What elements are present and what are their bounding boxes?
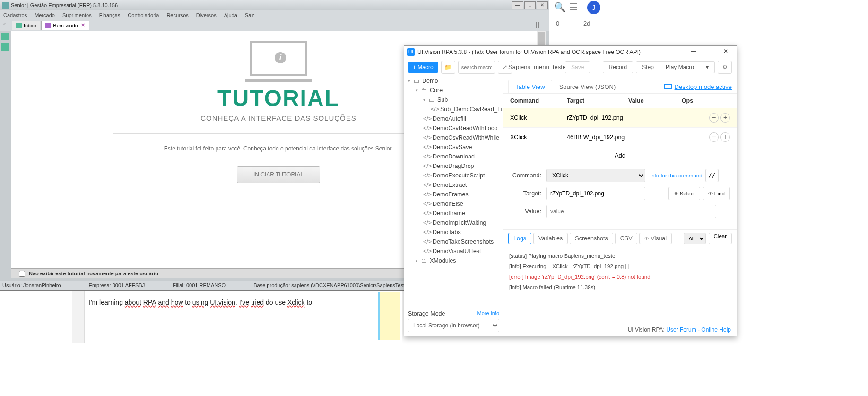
side-icon-2[interactable] <box>1 43 9 51</box>
info-icon: i <box>275 52 286 63</box>
tree-item[interactable]: </>DemoCsvReadWithLoop <box>404 123 503 133</box>
tab-visual[interactable]: Visual <box>639 233 672 244</box>
tab-table-view[interactable]: Table View <box>508 80 552 93</box>
tree-item[interactable]: </>DemoIfElse <box>404 199 503 209</box>
tree-label: DemoIfElse <box>433 201 463 207</box>
erp-side-icons <box>1 33 10 53</box>
menu-diversos[interactable]: Diversos <box>196 12 217 18</box>
command-info-link[interactable]: Info for this command <box>650 173 703 178</box>
menu-ajuda[interactable]: Ajuda <box>224 12 237 18</box>
row-target: rZYpTD_dpi_192.png <box>567 114 628 121</box>
tree-label: DemoCsvSave <box>433 144 472 150</box>
tree-folder-xmodules[interactable]: ▸🗀XModules <box>404 256 503 265</box>
value-input[interactable] <box>546 205 716 218</box>
tab-bemvindo[interactable]: Bem-vindo ✕ <box>41 21 89 30</box>
remove-step-button[interactable]: − <box>709 113 719 123</box>
erp-tabstrip: » Início Bem-vindo ✕ <box>0 20 549 31</box>
tree-folder-sub[interactable]: ▾🗀Sub <box>404 95 503 105</box>
tree-item[interactable]: </>DemoFrames <box>404 190 503 199</box>
scrollbar-thumb[interactable] <box>538 32 545 46</box>
editor-text[interactable]: I'm learning about RPA and how to using … <box>89 299 312 306</box>
log-clear-button[interactable]: Clear <box>709 233 732 244</box>
avatar[interactable]: J <box>587 1 600 14</box>
play-macro-button[interactable]: Play Macro <box>660 61 700 73</box>
tree-item[interactable]: </>DemoExecuteScript <box>404 171 503 180</box>
tab-close-icon[interactable]: ✕ <box>81 22 85 28</box>
menu-suprimentos[interactable]: Suprimentos <box>62 12 92 18</box>
search-input[interactable] <box>458 61 495 74</box>
storage-more-link[interactable]: More Info <box>477 310 499 317</box>
menu-mercado[interactable]: Mercado <box>35 12 55 18</box>
add-command-button[interactable]: Add <box>503 147 737 164</box>
tree-item[interactable]: </>DemoDragDrop <box>404 161 503 171</box>
menu-financas[interactable]: Finanças <box>99 12 121 18</box>
search-icon[interactable]: 🔍 <box>554 1 566 14</box>
menu-cadastros[interactable]: Cadastros <box>3 12 27 18</box>
minimize-button[interactable]: — <box>686 48 702 56</box>
menu-sair[interactable]: Sair <box>245 12 254 18</box>
menu-recursos[interactable]: Recursos <box>166 12 188 18</box>
tree-item[interactable]: </>DemoVisualUITest <box>404 246 503 256</box>
close-button[interactable]: ✕ <box>718 48 734 56</box>
th-command: Command <box>510 97 567 104</box>
tree-folder-demo[interactable]: ▾🗀Demo <box>404 76 503 86</box>
tree-item[interactable]: </>DemoDownload <box>404 152 503 161</box>
tree-label: DemoDownload <box>433 153 475 160</box>
side-icon-1[interactable] <box>1 33 9 40</box>
tree-item[interactable]: </>DemoCsvReadWithWhile <box>404 133 503 142</box>
add-step-button[interactable]: + <box>720 132 730 142</box>
command-row[interactable]: XClickrZYpTD_dpi_192.png−+ <box>503 108 737 128</box>
save-button[interactable]: Save <box>565 61 590 73</box>
command-select[interactable]: XClick <box>546 169 645 182</box>
step-button[interactable]: Step <box>636 61 660 73</box>
tab-arrows[interactable]: » <box>3 21 6 26</box>
maximize-button[interactable]: □ <box>524 1 536 9</box>
log-filter-select[interactable]: All <box>684 233 706 244</box>
play-dropdown[interactable]: ▾ <box>700 61 715 73</box>
dont-show-checkbox[interactable] <box>19 271 25 277</box>
tree-item[interactable]: </>DemoAutofill <box>404 114 503 123</box>
tab-source-view[interactable]: Source View (JSON) <box>552 80 623 93</box>
new-folder-button[interactable]: 📁 <box>441 61 455 74</box>
online-help-link[interactable]: Online Help <box>701 326 731 333</box>
tree-item[interactable]: </>DemoIframe <box>404 209 503 218</box>
find-button[interactable]: Find <box>703 187 730 200</box>
toggle-comment-button[interactable]: // <box>705 169 719 182</box>
code-icon: </> <box>423 220 431 226</box>
tree-label: DemoIframe <box>433 210 465 217</box>
uivision-title: UI.Vision RPA 5.3.8 - (Tab: User forum f… <box>417 49 641 55</box>
start-tutorial-button[interactable]: INICIAR TUTORIAL <box>237 166 320 183</box>
menu-icon[interactable]: ☰ <box>569 1 582 14</box>
macro-header: Sapiens_menu_teste Save Record Step Play… <box>503 58 737 76</box>
tree-folder-core[interactable]: ▾🗀Core <box>404 86 503 95</box>
tab-csv[interactable]: CSV <box>615 233 638 244</box>
menu-controladoria[interactable]: Controladoria <box>128 12 159 18</box>
tree-item[interactable]: </>DemoTabs <box>404 228 503 237</box>
tree-item[interactable]: </>DemoImplicitWaiting <box>404 218 503 228</box>
tree-item[interactable]: </>DemoTakeScreenshots <box>404 237 503 246</box>
user-forum-link[interactable]: User Forum <box>666 326 696 333</box>
maximize-button[interactable]: ☐ <box>702 48 718 56</box>
tree-item-sub-demo[interactable]: </>Sub_DemoCsvRead_FillForm <box>404 105 503 114</box>
tab-variables[interactable]: Variables <box>533 233 568 244</box>
tree-item[interactable]: </>DemoCsvSave <box>404 142 503 152</box>
command-row[interactable]: XClick46BBrW_dpi_192.png−+ <box>503 128 737 147</box>
log-line-error: [error] Image 'rZYpTD_dpi_192.png' (conf… <box>509 272 731 282</box>
remove-step-button[interactable]: − <box>709 132 719 142</box>
minimize-button[interactable]: — <box>512 1 523 9</box>
tab-inicio[interactable]: Início <box>12 21 40 30</box>
tab-screenshots[interactable]: Screenshots <box>570 233 613 244</box>
settings-button[interactable]: ⚙ <box>718 61 732 74</box>
add-step-button[interactable]: + <box>720 113 730 123</box>
select-button[interactable]: Select <box>668 187 700 200</box>
tree-item[interactable]: </>DemoExtract <box>404 180 503 190</box>
desktop-mode-link[interactable]: Desktop mode active <box>664 83 732 90</box>
record-button[interactable]: Record <box>603 61 634 73</box>
new-macro-button[interactable]: + Macro <box>408 62 438 73</box>
target-input[interactable] <box>546 187 645 200</box>
close-button[interactable]: ✕ <box>537 1 548 9</box>
tab-logs[interactable]: Logs <box>508 233 531 244</box>
storage-select[interactable]: Local Storage (in browser) <box>408 319 499 332</box>
view-icon-1[interactable] <box>530 22 537 28</box>
view-icon-2[interactable] <box>538 22 545 28</box>
